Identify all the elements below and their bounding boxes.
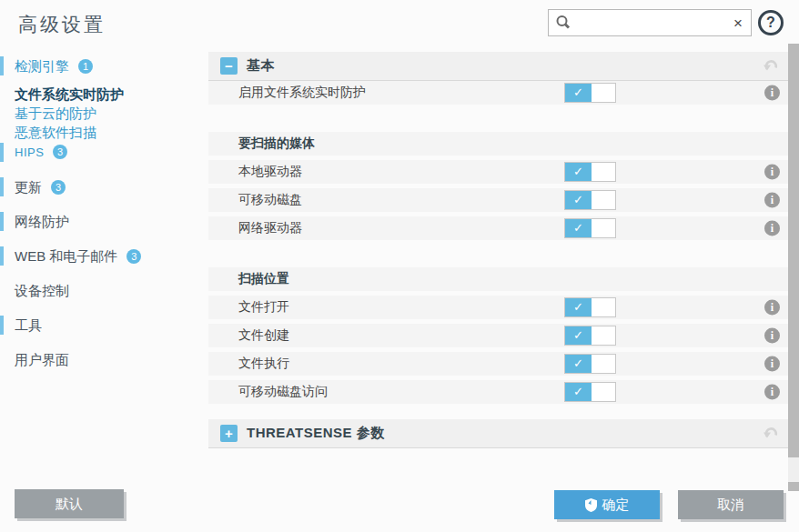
sidebar-item-label: 工具 [15, 317, 42, 333]
sidebar-item-user-interface[interactable]: 用户界面 [0, 350, 207, 369]
checkmark-icon: ✓ [565, 163, 592, 181]
section-threatsense: +THREATSENSE 参数 [208, 419, 788, 448]
revert-to-default-icon[interactable] [764, 59, 779, 73]
sidebar-item-label: WEB 和电子邮件 [15, 248, 117, 264]
sidebar-item-label: 用户界面 [15, 352, 69, 367]
section-header-basic[interactable]: −基本 [208, 52, 788, 81]
settings-panel: −基本启用文件系统实时防护✓i要扫描的媒体本地驱动器✓i可移动磁盘✓i网络驱动器… [208, 50, 788, 448]
toggle-removable-media-access[interactable]: ✓ [564, 382, 616, 402]
info-icon[interactable]: i [764, 85, 780, 101]
clear-search-icon[interactable]: × [733, 15, 743, 31]
sidebar-item-label: 更新 [15, 179, 42, 195]
settings-group: 扫描位置文件打开✓i文件创建✓i文件执行✓i可移动磁盘访问✓i [208, 267, 788, 404]
setting-label: 启用文件系统实时防护 [238, 85, 366, 101]
group-indicator-bar [0, 316, 4, 335]
group-indicator-bar [0, 177, 4, 196]
info-icon[interactable]: i [764, 221, 780, 236]
setting-row-local-drives: 本地驱动器✓i [208, 160, 788, 184]
changes-count-badge: 1 [78, 59, 93, 74]
subheader-row-scan-on: 扫描位置 [208, 267, 788, 291]
sidebar-item-device-control[interactable]: 设备控制 [0, 281, 207, 300]
setting-row-enable-real-time-protection: 启用文件系统实时防护✓i [208, 81, 788, 105]
sidebar-item-label: 设备控制 [15, 283, 69, 298]
setting-label: 本地驱动器 [238, 164, 302, 180]
toggle-network-drives[interactable]: ✓ [564, 218, 616, 238]
setting-label: 扫描位置 [238, 271, 289, 287]
sidebar-item-update[interactable]: 更新3 [0, 177, 207, 196]
checkmark-icon: ✓ [565, 219, 592, 237]
setting-label: 网络驱动器 [238, 220, 302, 236]
setting-row-network-drives: 网络驱动器✓i [208, 216, 788, 240]
info-icon[interactable]: i [764, 328, 780, 344]
section-title: THREATSENSE 参数 [247, 425, 385, 442]
sidebar-item-tools[interactable]: 工具 [0, 316, 207, 335]
sidebar-item-hips[interactable]: HIPS3 [0, 143, 207, 162]
setting-row-file-execution: 文件执行✓i [208, 352, 788, 376]
toggle-file-open[interactable]: ✓ [564, 297, 616, 317]
sidebar-item-label: 检测引擎 [15, 58, 69, 74]
default-button[interactable]: 默认 [15, 489, 124, 518]
sidebar-item-label: 网络防护 [15, 214, 69, 229]
search-input[interactable] [575, 15, 733, 31]
cancel-button-label: 取消 [717, 490, 744, 519]
setting-label: 文件执行 [238, 356, 289, 372]
section-basic: −基本启用文件系统实时防护✓i要扫描的媒体本地驱动器✓i可移动磁盘✓i网络驱动器… [208, 52, 788, 404]
checkmark-icon: ✓ [565, 298, 592, 316]
checkmark-icon: ✓ [565, 326, 592, 345]
setting-row-file-open: 文件打开✓i [208, 296, 788, 319]
toggle-removable-media[interactable]: ✓ [564, 190, 616, 210]
setting-label: 文件创建 [238, 327, 289, 344]
info-icon[interactable]: i [764, 300, 780, 316]
collapse-icon[interactable]: − [220, 57, 238, 75]
search-icon [555, 15, 571, 31]
sidebar-item-label: HIPS [15, 146, 44, 159]
section-header-threatsense[interactable]: +THREATSENSE 参数 [208, 419, 788, 448]
checkmark-icon: ✓ [565, 191, 592, 209]
revert-to-default-icon[interactable] [764, 427, 779, 440]
sidebar-item-real-time-file-protection[interactable]: 文件系统实时防护 [0, 85, 207, 104]
sidebar-item-cloud-based-protection[interactable]: 基于云的防护 [0, 104, 207, 123]
ok-button[interactable]: 确定 [554, 490, 660, 519]
changes-count-badge: 3 [53, 145, 67, 159]
group-indicator-bar [0, 56, 4, 75]
sidebar-item-label: 文件系统实时防护 [15, 86, 124, 102]
info-icon[interactable]: i [764, 385, 780, 400]
settings-group: 要扫描的媒体本地驱动器✓i可移动磁盘✓i网络驱动器✓i [208, 132, 788, 240]
search-box: × [548, 9, 752, 36]
setting-label: 文件打开 [238, 299, 289, 316]
sidebar-item-label: 恶意软件扫描 [15, 125, 96, 140]
setting-row-file-creation: 文件创建✓i [208, 324, 788, 347]
help-button[interactable]: ? [758, 10, 784, 35]
sidebar: 检测引擎1文件系统实时防护基于云的防护恶意软件扫描HIPS3更新3网络防护WEB… [0, 50, 207, 369]
settings-group: 启用文件系统实时防护✓i [208, 81, 788, 105]
setting-row-removable-media: 可移动磁盘✓i [208, 188, 788, 212]
setting-label: 可移动磁盘 [238, 192, 302, 208]
expand-icon[interactable]: + [220, 425, 238, 442]
toggle-enable-real-time-protection[interactable]: ✓ [564, 83, 616, 103]
checkmark-icon: ✓ [565, 84, 592, 102]
toggle-local-drives[interactable]: ✓ [564, 162, 616, 182]
question-mark-icon: ? [766, 15, 775, 31]
info-icon[interactable]: i [764, 356, 780, 372]
sidebar-item-malware-scans[interactable]: 恶意软件扫描 [0, 123, 207, 142]
sidebar-item-detection-engine[interactable]: 检测引擎1 [0, 56, 207, 75]
setting-label: 要扫描的媒体 [238, 136, 315, 152]
sidebar-item-network-protection[interactable]: 网络防护 [0, 212, 207, 231]
scrollbar-thumb[interactable] [788, 44, 799, 457]
default-button-label: 默认 [56, 489, 83, 518]
page-title: 高级设置 [18, 12, 106, 37]
subheader-row-media-to-scan: 要扫描的媒体 [208, 132, 788, 156]
checkmark-icon: ✓ [565, 355, 592, 373]
info-icon[interactable]: i [764, 193, 780, 208]
cancel-button[interactable]: 取消 [678, 490, 784, 519]
sidebar-item-label: 基于云的防护 [15, 105, 96, 121]
group-indicator-bar [0, 212, 4, 231]
group-indicator-bar [0, 246, 4, 266]
changes-count-badge: 3 [51, 180, 66, 195]
sidebar-item-web-and-email[interactable]: WEB 和电子邮件3 [0, 246, 207, 266]
info-icon[interactable]: i [764, 165, 780, 180]
toggle-file-creation[interactable]: ✓ [564, 326, 616, 346]
changes-count-badge: 3 [126, 249, 141, 264]
scrollbar-track[interactable] [788, 44, 799, 491]
toggle-file-execution[interactable]: ✓ [564, 354, 616, 374]
